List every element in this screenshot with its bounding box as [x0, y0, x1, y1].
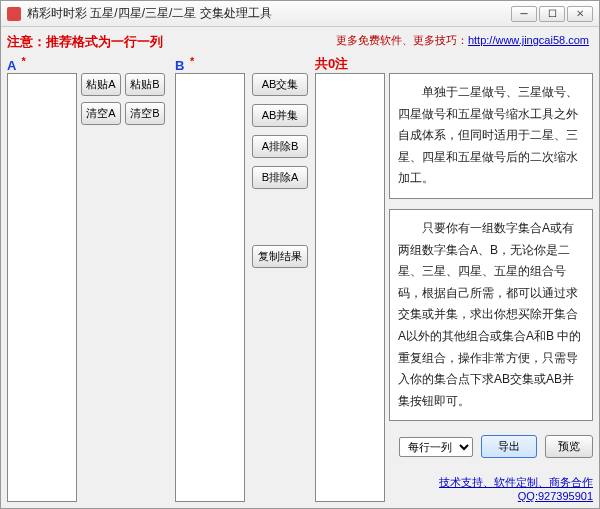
paste-a-button[interactable]: 粘贴A	[81, 73, 121, 96]
close-button[interactable]: ✕	[567, 6, 593, 22]
app-window: 精彩时时彩 五星/四星/三星/二星 交集处理工具 ─ ☐ ✕ 注意：推荐格式为一…	[0, 0, 600, 509]
maximize-button[interactable]: ☐	[539, 6, 565, 22]
clear-b-button[interactable]: 清空B	[125, 102, 165, 125]
content-area: 注意：推荐格式为一行一列 更多免费软件、更多技巧：http://www.jing…	[1, 27, 599, 508]
operation-buttons: AB交集 AB并集 A排除B B排除A 复制结果	[249, 55, 311, 502]
clear-a-button[interactable]: 清空A	[81, 102, 121, 125]
footer-link[interactable]: 技术支持、软件定制、商务合作QQ:927395901	[389, 469, 593, 502]
window-title: 精彩时时彩 五星/四星/三星/二星 交集处理工具	[27, 5, 511, 22]
label-b: B *	[175, 55, 245, 73]
top-link-prefix: 更多免费软件、更多技巧：	[336, 34, 468, 46]
info-text-1: 单独于二星做号、三星做号、四星做号和五星做号缩水工具之外自成体系，但同时适用于二…	[398, 82, 584, 190]
result-label: 共0注	[315, 55, 385, 73]
info-box-1: 单独于二星做号、三星做号、四星做号和五星做号缩水工具之外自成体系，但同时适用于二…	[389, 73, 593, 199]
a-exclude-b-button[interactable]: A排除B	[252, 135, 308, 158]
format-select[interactable]: 每行一列	[399, 437, 473, 457]
info-column: 单独于二星做号、三星做号、四星做号和五星做号缩水工具之外自成体系，但同时适用于二…	[389, 55, 593, 502]
minimize-button[interactable]: ─	[511, 6, 537, 22]
textarea-b[interactable]	[175, 73, 245, 502]
ab-intersect-button[interactable]: AB交集	[252, 73, 308, 96]
b-exclude-a-button[interactable]: B排除A	[252, 166, 308, 189]
top-link-url[interactable]: http://www.jingcai58.com	[468, 34, 589, 46]
ab-union-button[interactable]: AB并集	[252, 104, 308, 127]
export-row: 每行一列 导出 预览	[389, 435, 593, 458]
window-controls: ─ ☐ ✕	[511, 6, 593, 22]
titlebar: 精彩时时彩 五星/四星/三星/二星 交集处理工具 ─ ☐ ✕	[1, 1, 599, 27]
textarea-result[interactable]	[315, 73, 385, 502]
info-text-2: 只要你有一组数字集合A或有两组数字集合A、B，无论你是二星、三星、四星、五星的组…	[398, 218, 584, 412]
copy-result-button[interactable]: 复制结果	[252, 245, 308, 268]
textarea-a[interactable]	[7, 73, 77, 502]
column-result: 共0注	[315, 55, 385, 502]
app-icon	[7, 7, 21, 21]
column-a: A *	[7, 55, 77, 502]
column-b: B *	[175, 55, 245, 502]
paste-b-button[interactable]: 粘贴B	[125, 73, 165, 96]
top-link: 更多免费软件、更多技巧：http://www.jingcai58.com	[336, 33, 589, 48]
info-box-2: 只要你有一组数字集合A或有两组数字集合A、B，无论你是二星、三星、四星、五星的组…	[389, 209, 593, 421]
preview-button[interactable]: 预览	[545, 435, 593, 458]
export-button[interactable]: 导出	[481, 435, 537, 458]
main-panels: A * 粘贴A 粘贴B 清空A 清空B B * AB交集 AB并集	[7, 55, 593, 502]
paste-clear-buttons: 粘贴A 粘贴B 清空A 清空B	[81, 55, 171, 502]
label-a: A *	[7, 55, 77, 73]
